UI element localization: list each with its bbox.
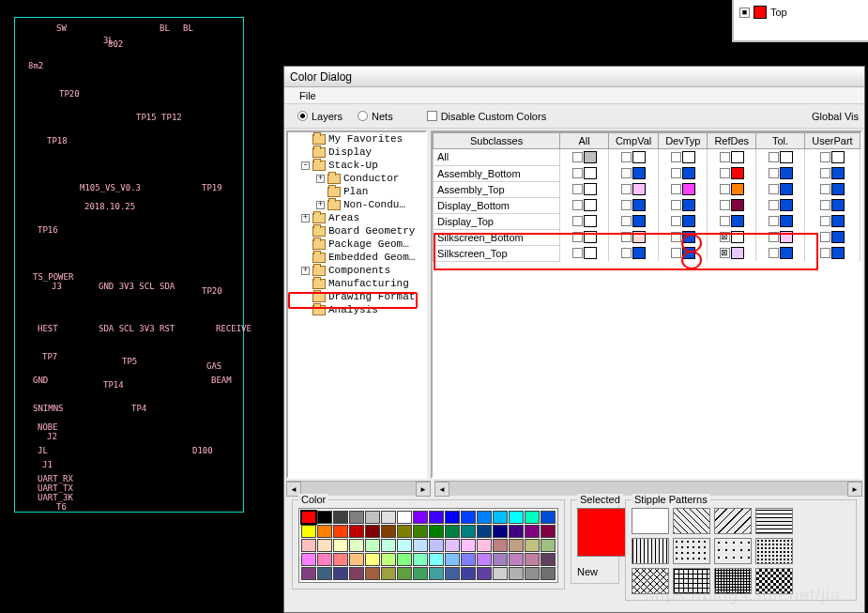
palette-color[interactable]	[445, 539, 460, 552]
color-swatch[interactable]	[632, 183, 646, 195]
palette-color[interactable]	[381, 525, 396, 538]
palette-color[interactable]	[525, 539, 540, 552]
palette-color[interactable]	[429, 525, 444, 538]
visibility-checkbox[interactable]	[572, 216, 583, 226]
palette-color[interactable]	[445, 553, 460, 566]
palette-color[interactable]	[461, 525, 476, 538]
palette-color[interactable]	[301, 511, 316, 524]
vis-top-swatch[interactable]	[754, 6, 767, 19]
palette-color[interactable]	[541, 553, 556, 566]
palette-color[interactable]	[365, 567, 380, 580]
palette-color[interactable]	[445, 567, 460, 580]
visibility-checkbox[interactable]	[572, 168, 583, 178]
color-swatch[interactable]	[831, 199, 845, 211]
palette-color[interactable]	[413, 567, 428, 580]
palette-color[interactable]	[509, 539, 524, 552]
palette-color[interactable]	[397, 567, 412, 580]
color-swatch[interactable]	[682, 151, 695, 163]
palette-color[interactable]	[525, 511, 540, 524]
scroll-right-icon[interactable]: ►	[847, 482, 862, 497]
visibility-checkbox[interactable]	[769, 216, 779, 226]
stipple-vlines[interactable]	[632, 538, 669, 564]
palette-color[interactable]	[445, 525, 460, 538]
grid-header[interactable]: DevTyp	[659, 133, 708, 149]
subclass-name[interactable]: Display_Bottom	[434, 197, 560, 213]
color-swatch[interactable]	[831, 247, 845, 259]
stipple-solid[interactable]	[632, 508, 669, 534]
palette-color[interactable]	[301, 553, 316, 566]
visibility-checkbox[interactable]	[621, 152, 632, 162]
color-palette[interactable]	[298, 508, 558, 583]
palette-color[interactable]	[493, 525, 508, 538]
color-swatch[interactable]	[584, 151, 597, 163]
subclass-name[interactable]: Assembly_Top	[434, 181, 560, 197]
color-swatch[interactable]	[584, 167, 597, 179]
palette-color[interactable]	[525, 525, 540, 538]
visibility-checkbox[interactable]	[621, 200, 632, 210]
scroll-right-icon[interactable]: ►	[416, 482, 431, 497]
visibility-checkbox[interactable]	[720, 216, 730, 226]
stipple-dots2[interactable]	[714, 538, 752, 564]
visibility-checkbox[interactable]	[720, 152, 730, 162]
palette-color[interactable]	[461, 511, 476, 524]
stipple-cross1[interactable]	[632, 568, 669, 594]
subclass-name[interactable]: All	[434, 149, 560, 166]
visibility-checkbox[interactable]	[720, 200, 730, 210]
expand-icon[interactable]: +	[316, 175, 325, 183]
color-swatch[interactable]	[682, 167, 695, 179]
visibility-checkbox[interactable]	[820, 184, 830, 194]
palette-color[interactable]	[429, 511, 444, 524]
palette-color[interactable]	[509, 553, 524, 566]
color-swatch[interactable]	[831, 231, 845, 243]
palette-color[interactable]	[429, 539, 444, 552]
palette-color[interactable]	[349, 511, 364, 524]
grid-header[interactable]: CmpVal	[608, 133, 658, 149]
palette-color[interactable]	[477, 539, 492, 552]
visibility-checkbox[interactable]	[820, 232, 830, 242]
visibility-checkbox[interactable]	[621, 216, 632, 226]
palette-color[interactable]	[493, 539, 508, 552]
palette-color[interactable]	[333, 539, 348, 552]
tree-item[interactable]: Display	[301, 146, 425, 159]
visibility-checkbox[interactable]	[820, 152, 830, 162]
color-swatch[interactable]	[584, 215, 597, 227]
palette-color[interactable]	[461, 553, 476, 566]
grid-header[interactable]: Subclasses	[434, 133, 560, 149]
palette-color[interactable]	[301, 525, 316, 538]
visibility-checkbox[interactable]	[671, 152, 681, 162]
visibility-checkbox[interactable]	[769, 152, 779, 162]
color-swatch[interactable]	[780, 151, 793, 163]
visibility-checkbox[interactable]	[720, 184, 730, 194]
palette-color[interactable]	[541, 525, 556, 538]
color-swatch[interactable]	[731, 199, 744, 211]
color-swatch[interactable]	[632, 199, 646, 211]
scroll-left-icon[interactable]: ◄	[434, 482, 449, 497]
palette-color[interactable]	[381, 511, 396, 524]
color-swatch[interactable]	[780, 215, 793, 227]
color-swatch[interactable]	[780, 199, 793, 211]
stipple-dense-grid[interactable]	[714, 568, 752, 594]
palette-color[interactable]	[381, 539, 396, 552]
color-swatch[interactable]	[682, 199, 695, 211]
color-swatch[interactable]	[731, 215, 744, 227]
color-swatch[interactable]	[584, 183, 597, 195]
palette-color[interactable]	[333, 553, 348, 566]
palette-color[interactable]	[493, 511, 508, 524]
color-swatch[interactable]	[731, 183, 744, 195]
palette-color[interactable]	[461, 539, 476, 552]
tree-item[interactable]: +Components	[301, 264, 425, 277]
palette-color[interactable]	[397, 525, 412, 538]
palette-color[interactable]	[445, 511, 460, 524]
palette-color[interactable]	[413, 553, 428, 566]
palette-color[interactable]	[525, 567, 540, 580]
stipple-grid[interactable]	[673, 568, 710, 594]
palette-color[interactable]	[365, 553, 380, 566]
palette-color[interactable]	[333, 567, 348, 580]
visibility-checkbox[interactable]	[820, 200, 830, 210]
visibility-checkbox[interactable]	[769, 200, 779, 210]
palette-color[interactable]	[301, 539, 316, 552]
tree-item[interactable]: +Areas	[301, 211, 425, 224]
color-swatch[interactable]	[780, 167, 793, 179]
tree-item[interactable]: Plan	[301, 185, 425, 198]
visibility-checkbox[interactable]	[820, 248, 830, 258]
